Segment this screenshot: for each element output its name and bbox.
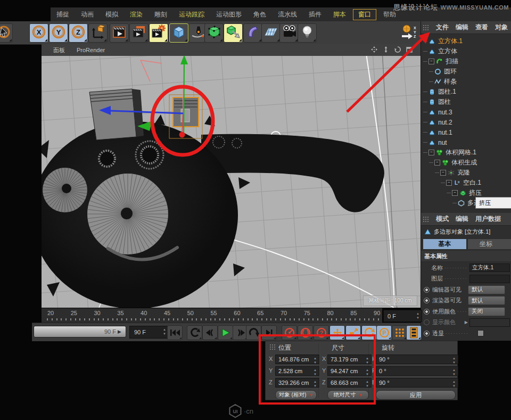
points-mode-button[interactable] — [204, 23, 224, 43]
grip-icon[interactable] — [423, 24, 429, 31]
position-z-field[interactable]: 329.266 cm▲▼ — [275, 378, 319, 388]
lock-y-axis-button[interactable]: Y — [49, 23, 68, 43]
end-frame-field[interactable]: 0 F ▲▼ — [383, 310, 422, 322]
grip-icon[interactable] — [423, 216, 429, 223]
position-x-field[interactable]: 146.876 cm▲▼ — [275, 355, 319, 364]
stepper-icon[interactable]: ▲▼ — [452, 380, 456, 388]
size-x-field[interactable]: 73.179 cm▲▼ — [327, 355, 372, 364]
play-button[interactable] — [218, 325, 233, 340]
tree-item-nut[interactable]: nut — [423, 137, 447, 147]
key-scale-button[interactable] — [345, 325, 361, 340]
menu-item-动画[interactable]: 动画 — [75, 10, 100, 19]
显示颜色-color-field[interactable] — [469, 318, 510, 327]
tree-item-nut.1[interactable]: nut.1 — [423, 127, 452, 137]
om-menu-对象[interactable]: 对象 — [495, 23, 508, 32]
goto-end-button[interactable] — [261, 325, 277, 340]
light-button[interactable] — [298, 23, 317, 43]
viewport-canvas[interactable]: 网格间距 : 100 cm — [42, 56, 421, 308]
am-menu-模式[interactable]: 模式 — [436, 215, 449, 224]
expander-icon[interactable]: − — [428, 59, 434, 64]
key-rotation-button[interactable] — [361, 325, 377, 340]
stepper-icon[interactable]: ▲▼ — [313, 368, 317, 376]
stepper-icon[interactable]: ▲▼ — [313, 357, 317, 364]
tab-basic[interactable]: 基本 — [423, 238, 467, 250]
tree-item-体积生成[interactable]: −体积生成 — [429, 158, 477, 168]
stepper-icon[interactable]: ▲▼ — [365, 357, 369, 364]
viewport-maximize-icon[interactable] — [406, 46, 413, 54]
timeline-button[interactable] — [406, 325, 422, 340]
viewport-rotate-icon[interactable] — [394, 46, 401, 54]
keyframe-dot-icon[interactable] — [424, 287, 430, 293]
coordinate-system-button[interactable] — [88, 23, 108, 43]
apply-button[interactable]: 应用 — [376, 390, 456, 400]
expander-icon[interactable]: − — [452, 190, 458, 196]
tree-item-立方体.1[interactable]: 立方体.1 — [423, 36, 463, 46]
expander-icon[interactable]: − — [440, 170, 446, 176]
tree-item-克隆[interactable]: −克隆 — [435, 168, 470, 178]
viewport-menu-panel[interactable]: 面板 — [53, 46, 65, 54]
cycle-button[interactable] — [246, 325, 261, 340]
model-mode-button[interactable] — [169, 23, 188, 43]
rotation-p-field[interactable]: 0 °▲▼ — [376, 366, 458, 376]
camera-button[interactable] — [279, 23, 299, 43]
透显-checkbox[interactable] — [477, 330, 484, 336]
stepper-icon[interactable]: ▲▼ — [365, 368, 369, 376]
tree-item-体积网格.1[interactable]: −体积网格.1 — [423, 147, 476, 158]
grip-icon[interactable] — [269, 344, 276, 350]
渲染器可见-dropdown[interactable]: 默认 — [468, 296, 505, 305]
stepper-icon[interactable]: ▲▼ — [162, 328, 167, 335]
keyframe-dot-icon[interactable] — [424, 319, 430, 325]
workplane-button[interactable] — [261, 23, 281, 43]
tree-item-扫描[interactable]: −扫描 — [423, 56, 458, 67]
goto-start-button[interactable] — [167, 325, 183, 340]
stepper-icon[interactable]: ▲▼ — [313, 380, 317, 388]
bend-deformer-button[interactable] — [243, 23, 262, 43]
lock-x-axis-button[interactable]: X — [29, 23, 48, 43]
expander-icon[interactable]: − — [434, 160, 440, 166]
stepper-icon[interactable]: ▲▼ — [452, 357, 456, 364]
timeline-power-slider[interactable]: 90 F ▶ — [34, 326, 126, 337]
rotation-b-field[interactable]: 90 °▲▼ — [376, 378, 458, 388]
am-menu-用户数据[interactable]: 用户数据 — [475, 215, 501, 224]
tree-item-nut.3[interactable]: nut.3 — [423, 107, 452, 117]
autokey-button[interactable] — [298, 325, 313, 340]
使用颜色-dropdown[interactable]: 关闭 — [468, 307, 505, 316]
om-menu-文件[interactable]: 文件 — [436, 23, 449, 32]
key-parameter-button[interactable]: P — [376, 325, 392, 340]
stepper-icon[interactable]: ▲▼ — [452, 368, 456, 376]
play-backward-button[interactable] — [202, 325, 218, 340]
menu-item-脚本[interactable]: 脚本 — [327, 10, 352, 19]
viewport-menu-prorender[interactable]: ProRender — [77, 47, 105, 53]
position-y-field[interactable]: 2.528 cm▲▼ — [275, 366, 319, 376]
size-y-field[interactable]: 94.247 cm▲▼ — [327, 366, 372, 376]
stepper-icon[interactable]: ▲▼ — [365, 380, 369, 388]
menu-item-渲染[interactable]: 渲染 — [124, 10, 149, 19]
tree-item-样条[interactable]: 样条 — [429, 77, 457, 87]
loop-mode-button[interactable] — [187, 325, 202, 340]
名称-input[interactable]: 立方体.1 — [469, 263, 510, 272]
current-frame-field[interactable]: 90 F ▲▼ — [129, 326, 169, 339]
timeline-ruler[interactable]: 202530354045505560657075808590 — [42, 308, 382, 323]
menu-item-角色[interactable]: 角色 — [248, 10, 272, 19]
live-selection-button[interactable] — [0, 23, 13, 43]
menu-item-运动图形[interactable]: 运动图形 — [210, 10, 248, 19]
编辑器可见-dropdown[interactable]: 默认 — [468, 285, 505, 294]
menu-item-插件[interactable]: 插件 — [303, 10, 327, 19]
menu-item-流水线[interactable]: 流水线 — [272, 10, 303, 19]
tab-coordinates[interactable]: 坐标 — [467, 238, 511, 250]
extrude-mode-button[interactable] — [224, 23, 243, 43]
tree-item-圆柱[interactable]: 圆柱 — [423, 97, 451, 107]
menu-item-模拟[interactable]: 模拟 — [100, 10, 124, 19]
om-menu-编辑[interactable]: 编辑 — [456, 23, 468, 32]
expand-color-icon[interactable]: ▶ — [465, 320, 468, 325]
motion-tracker-graph-button[interactable] — [129, 23, 149, 43]
tree-item-立方体[interactable]: 立方体 — [423, 46, 457, 56]
motion-tracker-solve-button[interactable] — [149, 23, 168, 43]
am-menu-编辑[interactable]: 编辑 — [456, 215, 468, 224]
key-position-button[interactable] — [329, 325, 345, 340]
keyframe-selection-button[interactable] — [392, 325, 407, 340]
rotation-h-field[interactable]: 90 °▲▼ — [376, 355, 458, 364]
viewport-pan-icon[interactable] — [370, 46, 378, 54]
position-mode-dropdown[interactable]: 对象 (相对)▼ — [275, 390, 317, 400]
stepper-icon[interactable]: ▲▼ — [416, 312, 420, 319]
